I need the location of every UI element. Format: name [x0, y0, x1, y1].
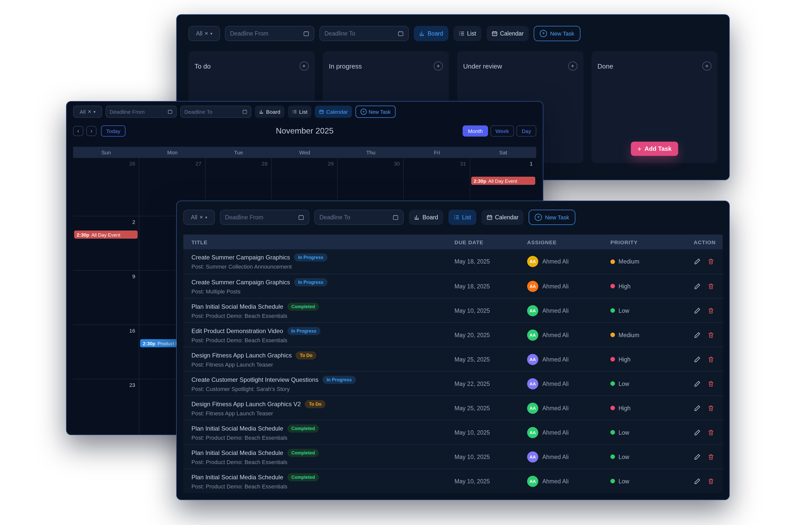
task-title-cell: Plan Initial Social Media Schedule Compl…: [192, 302, 454, 319]
week-view-button[interactable]: Week: [490, 125, 514, 137]
status-badge: To Do: [296, 351, 317, 359]
calendar-day-cell[interactable]: 26: [73, 158, 139, 216]
edit-pencil-icon[interactable]: [694, 453, 701, 460]
add-card-icon[interactable]: +: [299, 61, 309, 71]
new-task-label: New Task: [369, 109, 391, 115]
filter-all-select[interactable]: All ✕ ▾: [73, 106, 102, 118]
edit-pencil-icon[interactable]: [694, 258, 701, 265]
list-view-button[interactable]: List: [453, 26, 481, 41]
plus-circle-icon: +: [540, 30, 547, 37]
calendar-day-cell[interactable]: 23: [73, 379, 139, 435]
filter-all-select[interactable]: All ✕ ▾: [183, 210, 215, 225]
list-view-button[interactable]: List: [448, 210, 476, 225]
due-date: May 25, 2025: [454, 356, 527, 362]
clear-filter-icon[interactable]: ✕: [205, 31, 208, 36]
filter-all-select[interactable]: All ✕ ▾: [189, 26, 220, 41]
delete-trash-icon[interactable]: [707, 478, 715, 485]
add-card-icon[interactable]: +: [568, 61, 577, 71]
list-view-button[interactable]: List: [288, 106, 312, 118]
clear-filter-icon[interactable]: ✕: [199, 215, 203, 220]
calendar-view-button[interactable]: Calendar: [315, 106, 352, 118]
calendar-day-cell[interactable]: 9: [73, 271, 139, 325]
delete-trash-icon[interactable]: [707, 380, 715, 387]
deadline-to-input[interactable]: Deadline To: [180, 106, 251, 118]
chevron-down-icon: ▾: [210, 31, 212, 36]
due-date: May 10, 2025: [454, 308, 527, 314]
row-actions: [694, 404, 715, 411]
board-view-button[interactable]: Board: [255, 106, 284, 118]
add-task-label: Add Task: [645, 145, 672, 152]
delete-trash-icon[interactable]: [707, 258, 715, 265]
day-view-button[interactable]: Day: [517, 125, 536, 137]
status-badge: In Progress: [294, 278, 327, 286]
delete-trash-icon[interactable]: [707, 356, 715, 363]
calendar-view-button[interactable]: Calendar: [481, 210, 524, 225]
deadline-to-input[interactable]: Deadline To: [319, 26, 409, 41]
delete-trash-icon[interactable]: [707, 404, 715, 411]
table-row: Edit Product Demonstration Video In Prog…: [183, 322, 723, 347]
priority-cell: High: [611, 356, 694, 362]
deadline-from-input[interactable]: Deadline From: [220, 210, 309, 225]
day-number: 9: [132, 273, 135, 279]
deadline-from-input[interactable]: Deadline From: [225, 26, 314, 41]
avatar: AA: [527, 427, 538, 438]
priority-cell: Low: [611, 454, 694, 460]
edit-pencil-icon[interactable]: [694, 356, 701, 363]
delete-trash-icon[interactable]: [707, 331, 715, 339]
month-view-button[interactable]: Month: [463, 125, 488, 137]
add-card-icon[interactable]: +: [702, 61, 711, 71]
weekday-label: Mon: [139, 147, 206, 158]
edit-pencil-icon[interactable]: [694, 331, 701, 339]
calendar-day-cell[interactable]: 16: [73, 325, 139, 379]
board-view-button[interactable]: Board: [409, 210, 443, 225]
calendar-day-cell[interactable]: 22:30pAll Day Event: [73, 216, 139, 271]
event-time: 2:30p: [77, 232, 89, 237]
task-title-cell: Create Summer Campaign Graphics In Progr…: [192, 253, 454, 270]
priority-dot-icon: [611, 381, 615, 386]
assignee-name: Ahmed Ali: [542, 429, 569, 435]
table-header-row: TITLE DUE DATE ASSIGNEE PRIORITY ACTION: [183, 235, 723, 249]
edit-pencil-icon[interactable]: [694, 429, 701, 436]
add-task-button[interactable]: + Add Task: [631, 142, 678, 156]
edit-pencil-icon[interactable]: [694, 283, 701, 290]
edit-pencil-icon[interactable]: [694, 478, 701, 485]
plus-circle-icon: +: [361, 109, 367, 115]
delete-trash-icon[interactable]: [707, 283, 715, 290]
clear-filter-icon[interactable]: ✕: [88, 109, 91, 114]
board-view-button[interactable]: Board: [414, 26, 448, 41]
list-window: All ✕ ▾ Deadline From Deadline To Board …: [176, 200, 730, 500]
add-card-icon[interactable]: +: [434, 61, 443, 71]
edit-pencil-icon[interactable]: [694, 404, 701, 411]
delete-trash-icon[interactable]: [707, 429, 715, 436]
edit-pencil-icon[interactable]: [694, 380, 701, 387]
assignee-name: Ahmed Ali: [542, 380, 569, 387]
new-task-button[interactable]: + New Task: [356, 106, 395, 118]
board-column-header: In progress +: [329, 61, 443, 71]
chevron-down-icon: ▾: [93, 109, 95, 114]
due-date: May 10, 2025: [454, 454, 527, 460]
filter-all-label: All: [80, 109, 86, 115]
calendar-event[interactable]: 2:30pAll Day Event: [471, 177, 535, 185]
task-subtitle: Post: Product Demo: Beach Essentials: [192, 459, 454, 465]
edit-pencil-icon[interactable]: [694, 307, 701, 314]
task-title-cell: Create Customer Spotlight Interview Ques…: [192, 375, 454, 392]
row-actions: [694, 478, 715, 485]
new-task-button[interactable]: + New Task: [534, 26, 581, 41]
delete-trash-icon[interactable]: [707, 453, 715, 460]
delete-trash-icon[interactable]: [707, 307, 715, 314]
day-number: 2: [132, 219, 135, 225]
priority-label: Medium: [618, 332, 640, 338]
deadline-to-input[interactable]: Deadline To: [314, 210, 404, 225]
deadline-from-input[interactable]: Deadline From: [106, 106, 177, 118]
weekday-label: Fri: [404, 147, 470, 158]
priority-dot-icon: [611, 357, 615, 361]
board-view-label: Board: [266, 109, 280, 115]
assignee-name: Ahmed Ali: [542, 454, 569, 460]
avatar: AA: [527, 402, 538, 414]
header-action: ACTION: [694, 239, 716, 245]
new-task-button[interactable]: + New Task: [529, 210, 575, 225]
table-row: Create Summer Campaign Graphics In Progr…: [183, 274, 723, 298]
board-column: Done + + Add Task: [591, 51, 718, 163]
calendar-event[interactable]: 2:30pAll Day Event: [74, 230, 138, 239]
calendar-view-button[interactable]: Calendar: [486, 26, 529, 41]
